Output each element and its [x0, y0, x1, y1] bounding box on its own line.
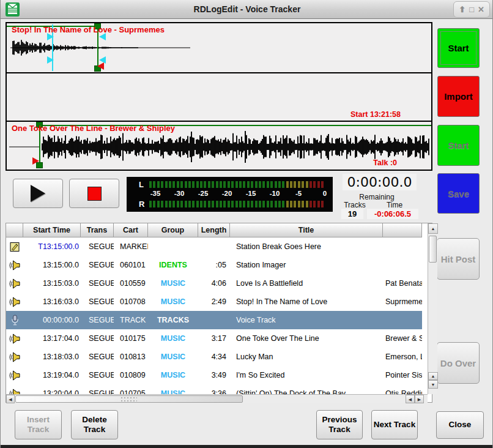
log-row[interactable]: 13:20:04.0SEGUE010705MUSIC3:36(Sittin' O…: [6, 384, 422, 394]
delete-track-button[interactable]: Delete Track: [71, 410, 118, 439]
log-row-selected[interactable]: 00:00:00.0SEGUETRACKTRACKSVoice Track: [6, 311, 422, 329]
cell-length: 3:17: [198, 329, 230, 348]
column-header-length[interactable]: Length: [198, 223, 230, 237]
meter-segment: [255, 201, 258, 207]
meter-scale-label: -5: [295, 190, 302, 197]
cell-group: IDENTS: [148, 256, 198, 274]
shade-icon[interactable]: ⬆: [459, 6, 465, 13]
previous-track-button[interactable]: Previous Track: [316, 410, 363, 439]
cell-length: 3:36: [198, 384, 230, 394]
cell-start-time: T13:15:00.0: [23, 237, 81, 256]
meter-segment: [177, 201, 179, 207]
track3-waveform-panel[interactable]: One Toke Over The Line - Brewer & Shiple…: [7, 122, 431, 170]
horizontal-scrollbar[interactable]: ◀ ◀ ▶: [6, 394, 428, 403]
meter-segment: [262, 181, 265, 188]
track2-voicetrack-panel[interactable]: Start 13:21:58: [7, 73, 431, 121]
play-button[interactable]: [13, 179, 63, 208]
meter-segment: [321, 181, 324, 188]
log-row[interactable]: 13:15:00.0SEGUE060101IDENTS:05Station Im…: [6, 256, 422, 274]
cell-length: [198, 311, 230, 329]
start-next-button[interactable]: Start: [437, 125, 480, 166]
log-table-header[interactable]: Start TimeTransCartGroupLengthTitle: [6, 223, 422, 237]
log-row[interactable]: T13:15:00.0SEGUEMARKERStation Break Goes…: [6, 237, 422, 256]
scroll-left-button[interactable]: ◀: [6, 395, 15, 403]
meter-segment: [302, 201, 304, 207]
column-header-blank[interactable]: [6, 223, 23, 237]
log-row[interactable]: 13:17:04.0SEGUE010175MUSIC3:17One Toke O…: [6, 329, 422, 348]
cell-group: TRACKS: [148, 311, 198, 329]
meter-segment: [247, 181, 250, 188]
meter-segment: [321, 201, 324, 207]
close-icon[interactable]: ✕: [478, 6, 484, 13]
scroll-down-button[interactable]: ▼: [428, 380, 438, 389]
track1-waveform-panel[interactable]: Stop! In The Name of Love - Suprmemes: [7, 23, 431, 72]
meter-segment: [313, 201, 316, 207]
column-header-blank[interactable]: [383, 223, 422, 237]
scroll-left-button-2[interactable]: ◀: [406, 395, 415, 403]
meter-segment: [302, 181, 304, 188]
track1-talk-arrow-bottom-icon[interactable]: [47, 56, 54, 64]
horizontal-scrollbar-thumb[interactable]: [15, 395, 243, 403]
meter-segment: [294, 201, 296, 207]
track1-end-arrow-icon[interactable]: [97, 62, 104, 70]
meter-segment: [165, 181, 168, 188]
scrollbar-grip: [121, 397, 137, 401]
vertical-scrollbar[interactable]: ▲ ▲ ▼: [428, 223, 437, 394]
meter-scale-label: -25: [198, 190, 209, 197]
cell-artist: Suprmemes: [383, 293, 422, 311]
column-header-title[interactable]: Title: [230, 223, 383, 237]
log-row[interactable]: 13:19:04.0SEGUE010809MUSIC3:49I'm So Exc…: [6, 366, 422, 384]
next-track-button[interactable]: Next Track: [371, 410, 418, 439]
meter-right-segments: [149, 201, 330, 207]
vertical-scrollbar-thumb[interactable]: [429, 236, 437, 263]
meter-segment: [313, 181, 316, 188]
cell-trans: SEGUE: [81, 366, 114, 384]
track3-title: One Toke Over The Line - Brewer & Shiple…: [12, 124, 175, 133]
save-button[interactable]: Save: [437, 173, 480, 214]
meter-segment: [275, 201, 277, 207]
meter-segment: [267, 181, 269, 188]
scroll-up-button-2[interactable]: ▲: [428, 372, 438, 380]
meter-segment: [216, 201, 218, 207]
voice-tracker-waveform-widget[interactable]: Stop! In The Name of Love - Suprmemes St…: [6, 22, 432, 171]
scroll-right-button[interactable]: ▶: [415, 395, 424, 403]
track3-start-arrow-icon[interactable]: [32, 157, 39, 165]
cell-start-time: 00:00:00.0: [23, 311, 81, 329]
log-row[interactable]: 13:15:03.0SEGUE010559MUSIC4:06Love Is A …: [6, 274, 422, 293]
meter-segment: [310, 181, 312, 188]
insert-track-button[interactable]: Insert Track: [15, 410, 62, 439]
meter-segment: [298, 181, 300, 188]
column-header-trans[interactable]: Trans: [81, 223, 114, 237]
meter-segment: [196, 201, 199, 207]
meter-scale: -35-30-25-20-15-10-50: [149, 190, 330, 198]
import-button[interactable]: Import: [437, 76, 480, 117]
close-button[interactable]: Close: [436, 411, 484, 439]
window-title: RDLogEdit - Voice Tracker: [1, 0, 493, 19]
column-header-start-time[interactable]: Start Time: [23, 223, 81, 237]
start-segue-button[interactable]: Start: [437, 28, 480, 68]
meter-segment: [294, 181, 296, 188]
cell-title: Stop! In The Name of Love: [230, 293, 383, 311]
stop-button[interactable]: [69, 179, 119, 208]
log-table-body: T13:15:00.0SEGUEMARKERStation Break Goes…: [6, 237, 422, 394]
hit-post-button[interactable]: Hit Post: [437, 238, 480, 280]
cell-group: MUSIC: [148, 274, 198, 293]
log-row[interactable]: 13:18:03.0SEGUE010813MUSIC4:34Lucky ManE…: [6, 348, 422, 366]
meter-segment: [270, 201, 273, 207]
cell-title: I'm So Excited: [230, 366, 383, 384]
meter-segment: [317, 201, 320, 207]
maximize-icon[interactable]: □: [469, 6, 474, 13]
log-row[interactable]: 13:16:03.0SEGUE010708MUSIC2:49Stop! In T…: [6, 293, 422, 311]
speaker-icon: [6, 293, 23, 311]
cell-title: (Sittin' On) The Dock of The Bay: [230, 384, 383, 394]
cell-start-time: 13:15:03.0: [23, 274, 81, 293]
scroll-up-button[interactable]: ▲: [428, 223, 438, 234]
column-header-group[interactable]: Group: [148, 223, 198, 237]
speaker-icon: [6, 384, 23, 394]
meter-segment: [192, 181, 195, 188]
do-over-button[interactable]: Do Over: [437, 342, 480, 384]
titlebar[interactable]: RDLogEdit - Voice Tracker ⬆ □ ✕: [1, 0, 493, 19]
column-header-cart[interactable]: Cart: [114, 223, 148, 237]
cell-group: MUSIC: [148, 293, 198, 311]
cell-trans: SEGUE: [81, 348, 114, 366]
